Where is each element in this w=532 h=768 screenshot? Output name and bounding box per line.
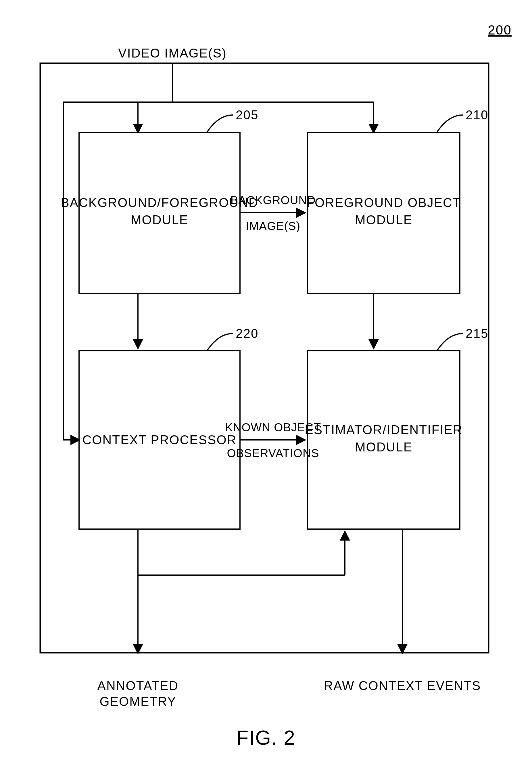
input-label: VIDEO IMAGE(S) [118, 46, 227, 60]
box-205-line1: BACKGROUND/FOREGROUND [61, 195, 258, 210]
box-220-text: CONTEXT PROCESSOR [82, 433, 237, 447]
ref-210: 210 [466, 108, 488, 122]
box-205-line2: MODULE [131, 213, 188, 227]
label-ko-2: OBSERVATIONS [227, 447, 319, 460]
output-left-1: ANNOTATED [97, 679, 179, 693]
box-210-line1: FOREGROUND OBJECT [306, 195, 461, 210]
figure-label: FIG. 2 [236, 727, 295, 749]
label-bg-1: BACKGROUND [231, 194, 316, 206]
output-right: RAW CONTEXT EVENTS [324, 679, 481, 693]
label-bg-2: IMAGE(S) [246, 220, 300, 232]
diagram-canvas: 200 VIDEO IMAGE(S) BACKGROUND/FOREGROUND… [0, 0, 532, 768]
output-left-2: GEOMETRY [99, 694, 176, 709]
box-215-line1: ESTIMATOR/IDENTIFIER [305, 423, 462, 437]
box-210: FOREGROUND OBJECT MODULE [306, 132, 461, 293]
ref-220: 220 [236, 326, 258, 340]
page-number: 200 [488, 22, 512, 37]
label-ko-1: KNOWN OBJECT [225, 421, 321, 434]
box-205: BACKGROUND/FOREGROUND MODULE [61, 132, 258, 293]
ref-205: 205 [236, 108, 258, 122]
box-215: ESTIMATOR/IDENTIFIER MODULE [305, 351, 462, 529]
box-220: CONTEXT PROCESSOR [79, 351, 240, 529]
box-210-line2: MODULE [355, 213, 412, 227]
ref-215: 215 [466, 326, 488, 340]
box-215-line2: MODULE [355, 440, 412, 454]
